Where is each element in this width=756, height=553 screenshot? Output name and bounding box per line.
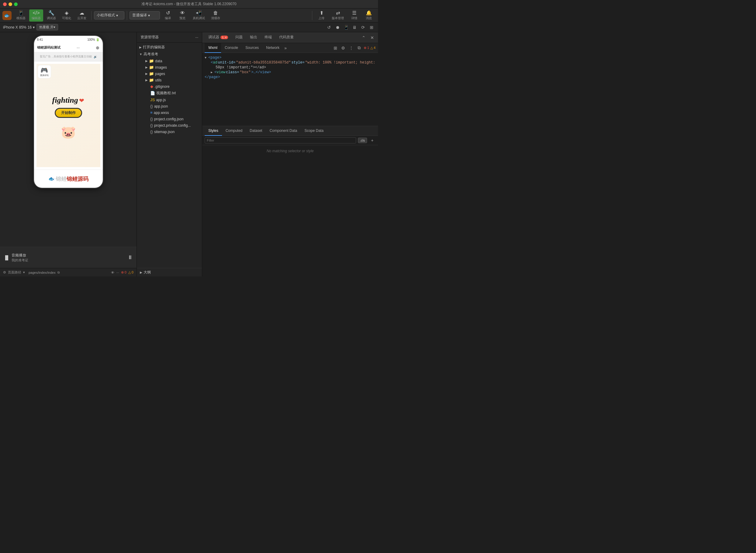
tree-item-appjs[interactable]: JS app.js — [137, 97, 202, 103]
cloud-button[interactable]: ☁ 云开发 — [75, 9, 89, 21]
styles-filter-input[interactable] — [205, 137, 356, 143]
upload-button[interactable]: ⬆ 上传 — [315, 9, 328, 21]
tree-item-gitignore[interactable]: ◆ .gitignore — [137, 83, 202, 90]
tree-item-images[interactable]: ▶ 📁 images — [137, 64, 202, 71]
explorer-more[interactable]: ··· — [195, 35, 198, 40]
tab-output[interactable]: 输出 — [246, 32, 261, 43]
tab-terminal[interactable]: 终端 — [261, 32, 276, 43]
phone-battery: 100% 🔋 — [87, 38, 99, 41]
details-button[interactable]: ☰ 详情 — [348, 9, 361, 21]
inspect-icon[interactable]: ⊞ — [332, 45, 339, 51]
close-button[interactable] — [3, 2, 7, 6]
styles-tabs-bar: Styles Computed Dataset Component Data S… — [202, 126, 378, 136]
sub-tab-wxml[interactable]: Wxml — [205, 43, 221, 53]
device-selector[interactable]: iPhone X 85% 16 ▾ — [3, 25, 35, 29]
start-button[interactable]: 开始制作 — [55, 108, 82, 118]
more-options-icon[interactable]: ⋮ — [348, 45, 355, 51]
styles-filter-bar: .cls + — [202, 136, 378, 145]
sub-tab-sources[interactable]: Sources — [242, 43, 263, 53]
version-button[interactable]: ⇄ 版本管理 — [329, 9, 346, 21]
close-devtools-icon[interactable]: ✕ — [369, 34, 375, 41]
tree-item-data[interactable]: ▶ 📁 data — [137, 58, 202, 64]
eye-icon[interactable]: 👁 — [111, 271, 114, 274]
clear-cache-button[interactable]: 🗑 清缓存 — [209, 9, 223, 21]
details-icon: ☰ — [352, 11, 356, 15]
xml-line-5[interactable]: </page> — [205, 75, 375, 80]
copy-icon[interactable]: ⧉ — [58, 271, 60, 274]
expand-view-arrow[interactable]: ▶ — [211, 71, 213, 74]
cls-filter-button[interactable]: .cls — [358, 138, 367, 143]
editor-button[interactable]: </> 编辑器 — [29, 9, 43, 21]
debugger-icon: 🔧 — [48, 11, 55, 15]
refresh-icon[interactable]: ↺ — [326, 24, 332, 31]
styles-tab-computed[interactable]: Computed — [222, 126, 246, 136]
tree-item-projectprivate[interactable]: {} project.private.config... — [137, 122, 202, 129]
styles-tab-styles[interactable]: Styles — [205, 126, 222, 136]
expand-page-arrow[interactable]: ▼ — [205, 56, 206, 60]
mode-select[interactable]: 小程序模式 ▾ — [94, 11, 124, 19]
tree-item-appjson[interactable]: {} app.json — [137, 103, 202, 109]
preview-button[interactable]: 👁 预览 — [176, 9, 189, 21]
styles-tab-dataset[interactable]: Dataset — [246, 126, 266, 136]
tree-item-sitemap[interactable]: {} sitemap.json — [137, 129, 202, 135]
pages-folder-icon: 📁 — [149, 71, 154, 76]
message-button[interactable]: 🔔 消息 — [362, 9, 375, 21]
styles-tab-scope-data[interactable]: Scope Data — [301, 126, 327, 136]
settings-icon[interactable]: ⚙ — [340, 45, 347, 51]
compile-chevron: ▾ — [148, 13, 150, 18]
tree-project-root[interactable]: ▼ 高考准考 — [137, 51, 202, 58]
sub-tab-network[interactable]: Network — [263, 43, 283, 53]
visual-button[interactable]: ◈ 可视化 — [60, 9, 74, 21]
more-games-widget[interactable]: 🎮 更多好玩 — [38, 65, 51, 78]
outline-section[interactable]: ▶ 大纲 — [137, 268, 202, 276]
tab-debugger[interactable]: 调试器 1, 4 — [205, 32, 232, 43]
expand-panel-icon[interactable]: ⧉ — [356, 45, 362, 51]
audio-label: 音频播放 — [11, 253, 28, 258]
simulator-button[interactable]: 📱 模拟器 — [14, 9, 28, 21]
compile-button[interactable]: ↺ 编译 — [161, 9, 175, 21]
rotate-icon[interactable]: ⟳ — [360, 24, 366, 31]
toolbar-right: ⬆ 上传 ⇄ 版本管理 ☰ 详情 🔔 消息 — [311, 9, 375, 21]
wifi-icon[interactable]: ⊞ — [368, 24, 375, 31]
minimize-button[interactable] — [8, 2, 12, 6]
more-icon[interactable]: ··· — [116, 271, 119, 274]
play-pause-button[interactable]: ⏸ — [127, 254, 133, 261]
maximize-button[interactable] — [14, 2, 18, 6]
xml-content-area: ▼ <page> <ad unit-id= "adunit-b8a3551835… — [202, 53, 378, 126]
add-style-icon[interactable]: + — [369, 137, 375, 144]
warning-count: △ 0 — [128, 270, 134, 274]
xml-line-1[interactable]: ▼ <page> — [205, 55, 375, 60]
nav-dots[interactable]: ··· — [77, 46, 80, 50]
file-tree: ▶ 打开的编辑器 ▼ 高考准考 ▶ 📁 data ▶ 📁 images — [137, 43, 202, 268]
styles-tab-component-data[interactable]: Component Data — [266, 126, 301, 136]
hot-reload-button[interactable]: 热重载 开▾ — [37, 24, 58, 30]
phone-icon[interactable]: 📱 — [343, 24, 349, 31]
xml-line-4[interactable]: ▶ <view class= "box" >…</view> — [211, 70, 375, 75]
sub-tab-console[interactable]: Console — [221, 43, 242, 53]
compile-select[interactable]: 普通编译 ▾ — [130, 11, 160, 19]
more-tabs-icon[interactable]: » — [284, 46, 287, 51]
real-debug-button[interactable]: 📲 真机调试 — [190, 9, 207, 21]
phone-device: 8:41 100% 🔋 锦鲤源码站测试 ··· ⊕ 暂无广告，具体指引查看小程序… — [33, 35, 104, 188]
tab-problems[interactable]: 问题 — [232, 32, 246, 43]
cloud-icon: ☁ — [79, 11, 84, 15]
debugger-button[interactable]: 🔧 调试器 — [45, 9, 58, 21]
device-name: iPhone X — [3, 25, 18, 29]
xml-style-val: "width: 100% !important; height: — [305, 61, 375, 65]
record-icon[interactable]: ⏺ — [334, 24, 341, 31]
nav-more[interactable]: ⊕ — [96, 45, 99, 50]
tree-item-utils[interactable]: ▶ 📁 utils — [137, 77, 202, 83]
xml-line-2[interactable]: <ad unit-id= "adunit-b8a355183584075d" s… — [211, 60, 375, 65]
projectjson-icon: {} — [150, 117, 153, 121]
mode-label: 小程序模式 — [97, 13, 115, 18]
window-controls[interactable] — [3, 2, 18, 6]
screen-icon[interactable]: 🖥 — [351, 24, 358, 31]
collapse-icon[interactable]: ⌃ — [360, 34, 367, 41]
tree-item-video[interactable]: 📄 视频教程.txt — [137, 90, 202, 97]
tab-code-quality[interactable]: 代码质量 — [276, 32, 297, 43]
tree-item-pages[interactable]: ▶ 📁 pages — [137, 71, 202, 77]
tree-open-editors[interactable]: ▶ 打开的编辑器 — [137, 44, 202, 51]
real-debug-label: 真机调试 — [193, 16, 205, 20]
tree-item-appwxss[interactable]: ≡ app.wxss — [137, 109, 202, 116]
tree-item-projectjson[interactable]: {} project.config.json — [137, 116, 202, 122]
